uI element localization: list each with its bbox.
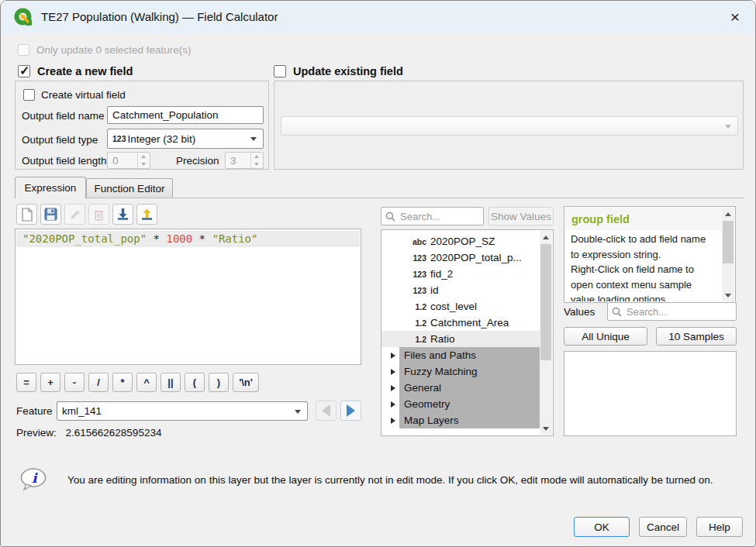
list-item[interactable]: 1.2Catchment_Area xyxy=(381,315,540,331)
integer-type-icon: 123 xyxy=(381,253,426,263)
list-item[interactable]: 1232020POP_total_p... xyxy=(381,249,540,266)
expression-operator-token: * xyxy=(147,232,166,245)
list-group-item[interactable]: General xyxy=(381,380,540,396)
export-up-arrow-icon xyxy=(140,208,154,221)
values-label: Values xyxy=(564,306,595,318)
expand-arrow-icon[interactable] xyxy=(391,369,395,375)
values-list[interactable] xyxy=(564,351,737,436)
expand-arrow-icon[interactable] xyxy=(391,385,395,391)
search-icon xyxy=(612,307,622,317)
list-group-item[interactable]: Fuzzy Matching xyxy=(381,363,540,380)
window-title: TE27 Population (Walking) — Field Calcul… xyxy=(41,1,278,33)
list-item-selected[interactable]: 1.2Ratio xyxy=(381,331,540,347)
multiply-operator-button[interactable]: * xyxy=(112,373,133,392)
plus-operator-button[interactable]: + xyxy=(40,373,60,392)
function-list-scrollbar[interactable] xyxy=(540,231,552,435)
scroll-up-icon[interactable] xyxy=(540,231,552,243)
output-field-type-select[interactable]: 123 Integer (32 bit) xyxy=(107,129,264,149)
values-search-input[interactable] xyxy=(625,305,732,318)
expression-number-token: 1000 xyxy=(166,232,192,245)
expand-arrow-icon[interactable] xyxy=(391,353,395,359)
update-existing-field-checkbox[interactable] xyxy=(274,65,286,77)
decimal-type-icon: 1.2 xyxy=(381,318,426,328)
export-expression-button[interactable] xyxy=(136,204,157,225)
edit-expression-button xyxy=(64,204,85,225)
scroll-down-icon[interactable] xyxy=(540,422,552,435)
samples-button[interactable]: 10 Samples xyxy=(656,327,737,346)
update-existing-field-label: Update existing field xyxy=(293,65,403,77)
tab-expression[interactable]: Expression xyxy=(15,177,86,198)
preview-row: Preview: 2.615662628595234 xyxy=(16,427,161,439)
previous-feature-button xyxy=(316,401,337,421)
list-item[interactable]: 123fid_2 xyxy=(381,266,540,282)
help-button[interactable]: Help xyxy=(696,517,743,537)
save-expression-button[interactable] xyxy=(40,204,61,225)
tab-function-editor[interactable]: Function Editor xyxy=(86,178,173,198)
expand-arrow-icon[interactable] xyxy=(391,401,395,408)
operator-button-row: = + - / * ^ || ( ) '\n' xyxy=(16,373,259,392)
scrollbar-thumb[interactable] xyxy=(540,244,551,360)
spin-down-icon xyxy=(138,160,150,168)
help-panel-scrollbar[interactable] xyxy=(722,208,734,301)
create-new-field-checkbox[interactable] xyxy=(18,65,30,77)
info-bubble-icon: i xyxy=(19,467,48,492)
open-paren-button[interactable]: ( xyxy=(185,373,205,392)
search-icon xyxy=(385,212,395,222)
divide-operator-button[interactable]: / xyxy=(88,373,109,392)
expand-arrow-icon[interactable] xyxy=(391,418,395,424)
values-search-box[interactable] xyxy=(607,302,737,321)
tab-pane-border xyxy=(15,198,744,198)
list-group-item[interactable]: Geometry xyxy=(381,396,540,412)
list-item[interactable]: 123id xyxy=(381,282,540,298)
output-field-name-label: Output field name xyxy=(22,110,105,122)
function-list[interactable]: abc2020POP_SZ 1232020POP_total_p... 123f… xyxy=(381,229,554,436)
close-paren-button[interactable]: ) xyxy=(209,373,229,392)
equals-operator-button[interactable]: = xyxy=(16,373,36,392)
field-calculator-dialog: TE27 Population (Walking) — Field Calcul… xyxy=(0,0,756,547)
preview-value: 2.615662628595234 xyxy=(66,427,162,439)
scroll-down-icon[interactable] xyxy=(722,289,734,301)
only-update-checkbox xyxy=(18,44,29,56)
previous-arrow-icon xyxy=(322,404,330,417)
chevron-down-icon xyxy=(250,137,257,141)
output-field-type-value: Integer (32 bit) xyxy=(128,133,196,145)
list-group-item[interactable]: Files and Paths xyxy=(381,347,540,363)
output-field-type-label: Output field type xyxy=(22,134,98,146)
concat-operator-button[interactable]: || xyxy=(161,373,181,392)
chevron-down-icon xyxy=(725,125,731,129)
expression-editor[interactable]: "2020POP_total_pop" * 1000 * "Ratio" xyxy=(15,229,361,365)
next-feature-button[interactable] xyxy=(340,401,361,421)
precision-stepper: 3 xyxy=(225,152,264,169)
new-expression-button[interactable] xyxy=(16,204,37,225)
expression-text: "2020POP_total_pop" * 1000 * "Ratio" xyxy=(22,232,257,245)
function-search-box[interactable] xyxy=(381,207,484,225)
list-item[interactable]: 1.2cost_level xyxy=(381,298,540,315)
next-arrow-icon xyxy=(347,404,355,417)
output-field-name-input[interactable] xyxy=(107,106,264,124)
list-group-item[interactable]: Map Layers xyxy=(381,412,540,428)
integer-type-icon: 123 xyxy=(381,270,426,279)
ok-button[interactable]: OK xyxy=(574,517,630,537)
feature-select[interactable]: kml_141 xyxy=(57,401,308,421)
function-search-input[interactable] xyxy=(399,210,479,223)
preview-label: Preview: xyxy=(16,427,57,439)
precision-value: 3 xyxy=(230,155,236,167)
help-panel: group field Double-click to add field na… xyxy=(564,206,736,303)
spin-up-icon xyxy=(138,153,150,160)
all-unique-button[interactable]: All Unique xyxy=(564,327,647,346)
spin-up-icon xyxy=(251,153,263,160)
output-field-length-label: Output field length xyxy=(22,155,107,167)
scroll-up-icon[interactable] xyxy=(722,208,734,220)
import-expression-button[interactable] xyxy=(112,204,133,225)
close-icon[interactable]: × xyxy=(724,6,746,28)
minus-operator-button[interactable]: - xyxy=(64,373,85,392)
decimal-type-icon: 1.2 xyxy=(381,335,426,344)
create-virtual-field-checkbox[interactable] xyxy=(23,89,35,101)
list-item[interactable]: abc2020POP_SZ xyxy=(381,233,540,249)
blank-page-icon xyxy=(21,208,33,222)
newline-operator-button[interactable]: '\n' xyxy=(233,373,259,392)
scrollbar-thumb[interactable] xyxy=(723,221,734,263)
power-operator-button[interactable]: ^ xyxy=(136,373,157,392)
cancel-button[interactable]: Cancel xyxy=(639,517,687,537)
help-line: Right-Click on field name to open contex… xyxy=(571,262,716,301)
